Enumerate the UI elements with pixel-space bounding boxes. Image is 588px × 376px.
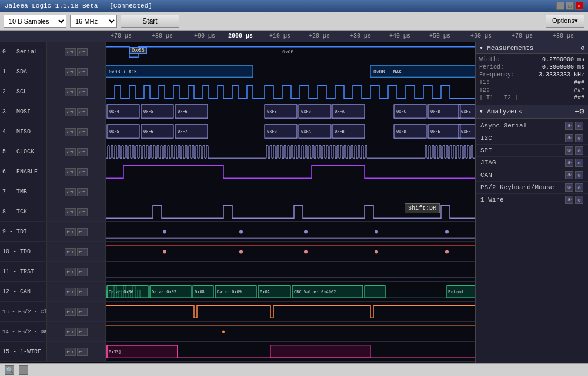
analyzer-gear-icon-1wire[interactable]: ⚙ [575, 196, 583, 204]
ctrl-btn-0a[interactable]: ⌐¬ [65, 48, 76, 56]
ctrl-btn-15b[interactable]: ⌐¬ [77, 348, 88, 356]
options-button[interactable]: Options▾ [546, 15, 584, 28]
ctrl-btn-6a[interactable]: ⌐¬ [65, 168, 76, 176]
ctrl-btn-10b[interactable]: ⌐¬ [77, 248, 88, 256]
analyzer-gear-icon-i2c[interactable]: ⚙ [575, 134, 583, 142]
analyzer-ps2[interactable]: PS/2 Keyboard/Mouse 👁 ⚙ [476, 182, 588, 194]
ctrl-btn-6b[interactable]: ⌐¬ [77, 168, 88, 176]
channel-wave-13[interactable] [106, 302, 475, 321]
channel-controls-8[interactable]: ⌐¬ ⌐¬ [47, 202, 106, 221]
analyzers-header[interactable]: ▾ Analyzers +⚙ [476, 105, 588, 119]
channel-controls-6[interactable]: ⌐¬ ⌐¬ [47, 162, 106, 182]
ctrl-btn-5a[interactable]: ⌐¬ [65, 148, 76, 156]
channel-wave-6[interactable] [106, 162, 475, 182]
analyzer-gear-icon-spi[interactable]: ⚙ [575, 146, 583, 155]
ctrl-btn-2b[interactable]: ⌐¬ [77, 88, 88, 96]
ctrl-btn-4b[interactable]: ⌐¬ [77, 128, 88, 136]
channel-wave-12[interactable]: Data: 0x06 Data: 0x07 0x08 Data: 0x09 0x… [106, 282, 475, 301]
analyzer-gear-icon[interactable]: ⚙ [575, 122, 583, 130]
ctrl-btn-9a[interactable]: ⌐¬ [65, 228, 76, 236]
start-button[interactable]: Start [121, 15, 179, 28]
freq-select[interactable]: 16 MHz 8 MHz 4 MHz [70, 15, 117, 28]
ctrl-btn-11b[interactable]: ⌐¬ [77, 268, 88, 276]
ctrl-btn-3a[interactable]: ⌐¬ [65, 108, 76, 116]
ctrl-btn-1a[interactable]: ⌐¬ [65, 68, 76, 76]
analyzer-eye-icon-spi[interactable]: 👁 [565, 146, 573, 155]
channel-controls-2[interactable]: ⌐¬ ⌐¬ [47, 82, 106, 102]
channel-wave-1[interactable]: 0x0B + ACK 0x0B + NAK [106, 62, 475, 82]
channel-controls-13[interactable]: ⌐¬ ⌐¬ [47, 302, 106, 321]
analyzer-eye-icon-can[interactable]: 👁 [565, 171, 573, 179]
channel-controls-5[interactable]: ⌐¬ ⌐¬ [47, 142, 106, 162]
channel-wave-3[interactable]: 0xF4 0xF5 0xF6 0xF8 0xF9 0xFA 0xFC 0xFD … [106, 102, 475, 122]
ctrl-btn-4a[interactable]: ⌐¬ [65, 128, 76, 136]
ctrl-btn-8b[interactable]: ⌐¬ [77, 208, 88, 216]
analyzer-eye-icon-jtag[interactable]: 👁 [565, 159, 573, 167]
samples-select[interactable]: 10 B Samples 1 B Samples 100 M Samples [4, 15, 66, 28]
channel-controls-14[interactable]: ⌐¬ ⌐¬ [47, 322, 106, 341]
analyzer-jtag[interactable]: JTAG 👁 ⚙ [476, 157, 588, 169]
ctrl-btn-13a[interactable]: ⌐¬ [65, 308, 76, 316]
minimize-btn[interactable]: _ [556, 2, 564, 10]
svg-text:0x0B: 0x0B [282, 50, 294, 55]
channel-controls-9[interactable]: ⌐¬ ⌐¬ [47, 222, 106, 241]
ctrl-btn-11a[interactable]: ⌐¬ [65, 268, 76, 276]
ctrl-btn-15a[interactable]: ⌐¬ [65, 348, 76, 356]
ctrl-btn-13b[interactable]: ⌐¬ [77, 308, 88, 316]
channel-controls-11[interactable]: ⌐¬ ⌐¬ [47, 262, 106, 281]
channel-wave-10[interactable] [106, 242, 475, 261]
channel-controls-12[interactable]: ⌐¬ ⌐¬ [47, 282, 106, 301]
channel-wave-9[interactable] [106, 222, 475, 241]
analyzer-gear-icon-ps2[interactable]: ⚙ [575, 183, 583, 192]
analyzer-eye-icon-ps2[interactable]: 👁 [565, 183, 573, 192]
analyzer-eye-icon-i2c[interactable]: 👁 [565, 134, 573, 142]
measurements-settings-icon[interactable]: ⚙ [580, 44, 584, 52]
analyzer-async-serial[interactable]: Async Serial 👁 ⚙ [476, 120, 588, 132]
analyzer-can[interactable]: CAN 👁 ⚙ [476, 169, 588, 182]
ctrl-btn-0b[interactable]: ⌐¬ [77, 48, 88, 56]
channel-controls-1[interactable]: ⌐¬ ⌐¬ [47, 62, 106, 82]
analyzers-add-icon[interactable]: +⚙ [574, 106, 584, 116]
measurements-grid: Width: 0.2700000 ms Period: 0.3000000 ms… [476, 54, 588, 105]
channel-wave-4[interactable]: 0xF5 0xF6 0xF7 0xF9 0xFA 0xFB 0xFD 0xFE … [106, 122, 475, 142]
ctrl-btn-3b[interactable]: ⌐¬ [77, 108, 88, 116]
channel-controls-0[interactable]: ⌐¬ ⌐¬ [47, 42, 106, 62]
ctrl-btn-9b[interactable]: ⌐¬ [77, 228, 88, 236]
analyzer-gear-icon-jtag[interactable]: ⚙ [575, 159, 583, 167]
ctrl-btn-2a[interactable]: ⌐¬ [65, 88, 76, 96]
channel-controls-10[interactable]: ⌐¬ ⌐¬ [47, 242, 106, 261]
close-btn[interactable]: × [575, 2, 583, 10]
analyzer-i2c[interactable]: I2C 👁 ⚙ [476, 132, 588, 145]
ctrl-btn-14a[interactable]: ⌐¬ [65, 328, 76, 336]
ctrl-btn-12b[interactable]: ⌐¬ [77, 288, 88, 296]
ctrl-btn-8a[interactable]: ⌐¬ [65, 208, 76, 216]
ctrl-btn-10a[interactable]: ⌐¬ [65, 248, 76, 256]
channel-wave-0[interactable]: 0x0B 0x0B [106, 42, 475, 62]
analyzer-gear-icon-can[interactable]: ⚙ [575, 171, 583, 179]
analyzer-1wire[interactable]: 1-Wire 👁 ⚙ [476, 194, 588, 206]
channel-controls-15[interactable]: ⌐¬ ⌐¬ [47, 342, 106, 361]
ctrl-btn-1b[interactable]: ⌐¬ [77, 68, 88, 76]
analyzer-spi[interactable]: SPI 👁 ⚙ [476, 145, 588, 157]
zoom-in-icon[interactable]: 🔍 [5, 365, 14, 375]
ctrl-btn-5b[interactable]: ⌐¬ [77, 148, 88, 156]
channel-wave-11[interactable] [106, 262, 475, 281]
measurements-header[interactable]: ▾ Measurements ⚙ [476, 42, 588, 54]
channel-controls-3[interactable]: ⌐¬ ⌐¬ [47, 102, 106, 122]
channel-wave-8[interactable]: Shift:DR [106, 202, 475, 221]
channel-wave-14[interactable] [106, 322, 475, 341]
channel-wave-7[interactable] [106, 182, 475, 202]
ctrl-btn-7a[interactable]: ⌐¬ [65, 188, 76, 196]
analyzer-eye-icon[interactable]: 👁 [565, 122, 573, 130]
channel-wave-15[interactable]: 0x33] [106, 342, 475, 361]
channel-wave-2[interactable] [106, 82, 475, 102]
ctrl-btn-12a[interactable]: ⌐¬ [65, 288, 76, 296]
zoom-out-icon[interactable]: − [19, 365, 28, 375]
ctrl-btn-7b[interactable]: ⌐¬ [77, 188, 88, 196]
ctrl-btn-14b[interactable]: ⌐¬ [77, 328, 88, 336]
channel-controls-7[interactable]: ⌐¬ ⌐¬ [47, 182, 106, 202]
channel-wave-5[interactable] [106, 142, 475, 162]
maximize-btn[interactable]: □ [566, 2, 574, 10]
channel-controls-4[interactable]: ⌐¬ ⌐¬ [47, 122, 106, 142]
analyzer-eye-icon-1wire[interactable]: 👁 [565, 196, 573, 204]
